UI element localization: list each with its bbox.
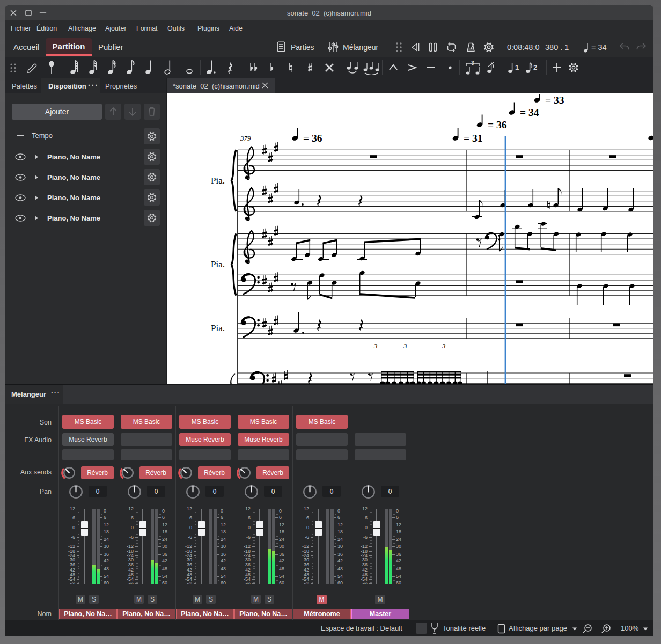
svg-text:= 33: = 33 <box>545 94 564 106</box>
svg-text:= 36: = 36 <box>303 133 322 144</box>
svg-text:3: 3 <box>373 342 378 350</box>
svg-text:1: 1 <box>515 63 519 71</box>
svg-text:3: 3 <box>471 60 474 66</box>
svg-text:2: 2 <box>533 63 537 71</box>
svg-text:Pia.: Pia. <box>211 175 225 186</box>
svg-text:= 31: = 31 <box>464 133 483 144</box>
svg-text:379: 379 <box>240 134 251 142</box>
svg-text:3: 3 <box>403 342 407 350</box>
svg-text:= 34: = 34 <box>520 107 539 118</box>
svg-text:= 36: = 36 <box>488 119 507 130</box>
svg-text:3: 3 <box>442 342 446 350</box>
svg-text:Pia.: Pia. <box>211 323 225 333</box>
svg-text:Pia.: Pia. <box>211 259 225 269</box>
